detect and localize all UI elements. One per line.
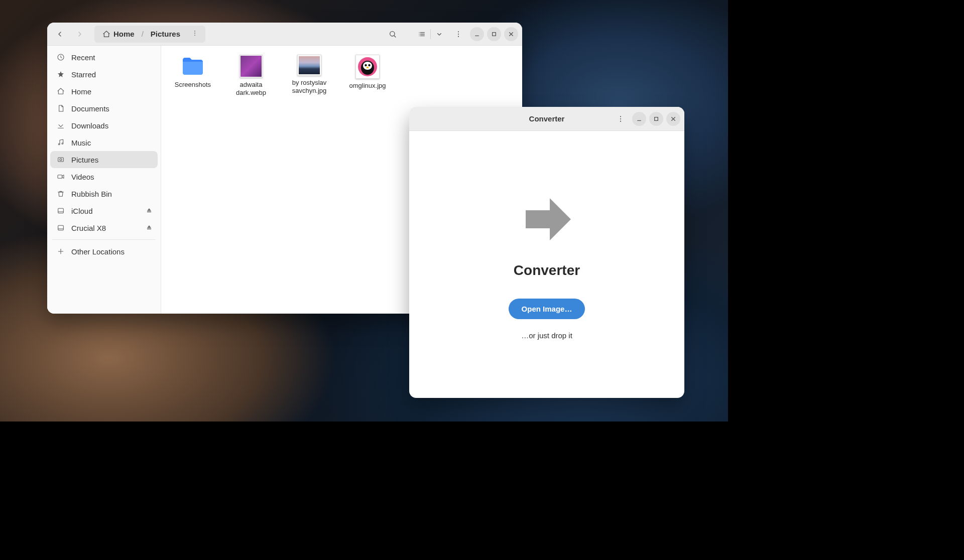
sidebar-item-downloads[interactable]: Downloads — [50, 117, 158, 134]
sidebar-item-label: Rubbish Bin — [71, 190, 112, 198]
svg-point-42 — [368, 64, 370, 66]
music-icon — [56, 138, 65, 147]
eject-icon[interactable] — [146, 224, 153, 232]
minimize-button[interactable] — [632, 112, 646, 126]
sidebar-item-recent[interactable]: Recent — [50, 49, 158, 66]
menu-button[interactable] — [612, 110, 629, 127]
breadcrumb-home[interactable]: Home — [99, 29, 138, 39]
svg-point-24 — [60, 159, 62, 161]
home-icon — [56, 87, 65, 96]
svg-marker-19 — [58, 71, 64, 77]
sidebar-item-trash[interactable]: Rubbish Bin — [50, 185, 158, 202]
minimize-button[interactable] — [470, 27, 484, 41]
arrow-right-icon — [517, 189, 577, 251]
search-button[interactable] — [384, 26, 401, 43]
path-menu-button[interactable] — [189, 29, 200, 39]
sidebar-item-starred[interactable]: Starred — [50, 66, 158, 83]
sidebar-item-videos[interactable]: Videos — [50, 168, 158, 185]
image-thumbnail — [355, 55, 380, 79]
close-button[interactable] — [666, 112, 680, 126]
svg-point-41 — [365, 64, 367, 66]
file-rostyslav[interactable]: by rostyslav savchyn.jpg — [285, 55, 334, 95]
svg-line-4 — [394, 36, 396, 37]
file-adwaita-dark[interactable]: adwaita dark.webp — [226, 55, 276, 97]
svg-point-40 — [363, 62, 372, 70]
sidebar-item-home[interactable]: Home — [50, 83, 158, 100]
file-label: by rostyslav savchyn.jpg — [285, 79, 334, 95]
file-label: adwaita dark.webp — [226, 81, 276, 97]
svg-rect-48 — [655, 117, 658, 120]
svg-point-9 — [419, 34, 419, 34]
drive-icon — [56, 206, 65, 215]
image-thumbnail — [239, 55, 263, 78]
open-image-button[interactable]: Open Image… — [509, 299, 585, 319]
sidebar-item-label: Documents — [71, 104, 109, 113]
svg-rect-35 — [147, 228, 151, 229]
trash-icon — [56, 189, 65, 198]
video-icon — [56, 172, 65, 181]
sidebar-item-label: Recent — [71, 53, 95, 62]
document-icon — [56, 104, 65, 113]
close-button[interactable] — [504, 27, 518, 41]
view-options-group — [414, 26, 447, 43]
breadcrumb-home-label: Home — [113, 30, 135, 38]
pictures-icon — [56, 155, 65, 164]
breadcrumb-current[interactable]: Pictures — [148, 29, 183, 39]
svg-rect-23 — [58, 158, 64, 162]
view-dropdown-button[interactable] — [432, 26, 447, 43]
sidebar-item-other-locations[interactable]: Other Locations — [50, 243, 158, 260]
svg-point-11 — [458, 31, 459, 32]
plus-icon — [56, 247, 65, 256]
sidebar-divider — [52, 239, 156, 240]
converter-heading: Converter — [514, 262, 580, 278]
eject-icon[interactable] — [146, 207, 153, 215]
sidebar-item-music[interactable]: Music — [50, 134, 158, 151]
svg-marker-30 — [147, 208, 151, 210]
svg-point-0 — [194, 31, 195, 32]
path-bar: Home / Pictures — [94, 26, 205, 43]
forward-button[interactable] — [71, 26, 88, 43]
sidebar-item-label: Home — [71, 87, 91, 96]
folder-screenshots[interactable]: Screenshots — [168, 55, 217, 89]
svg-point-44 — [620, 116, 621, 117]
sidebar-item-label: Pictures — [71, 156, 98, 164]
drive-icon — [56, 223, 65, 232]
sidebar-item-label: Videos — [71, 173, 94, 181]
sidebar-item-icloud[interactable]: iCloud — [50, 202, 158, 219]
view-list-button[interactable] — [414, 26, 429, 43]
svg-rect-32 — [58, 225, 64, 230]
file-omglinux[interactable]: omglinux.jpg — [343, 55, 392, 90]
sidebar-item-pictures[interactable]: Pictures — [50, 151, 158, 168]
svg-rect-25 — [58, 175, 62, 179]
maximize-button[interactable] — [649, 112, 663, 126]
svg-point-2 — [194, 35, 195, 36]
file-label: Screenshots — [175, 81, 211, 89]
converter-body: Converter Open Image… …or just drop it — [409, 131, 684, 398]
folder-icon — [181, 55, 205, 78]
svg-marker-34 — [147, 225, 151, 227]
hamburger-menu-button[interactable] — [450, 26, 467, 43]
sidebar-item-documents[interactable]: Documents — [50, 100, 158, 117]
star-icon — [56, 70, 65, 79]
svg-point-21 — [58, 144, 60, 145]
sidebar-item-label: iCloud — [71, 207, 93, 215]
maximize-button[interactable] — [487, 27, 501, 41]
file-manager-sidebar: Recent Starred Home Documents Downloads … — [47, 46, 161, 314]
svg-point-12 — [458, 33, 459, 34]
separator — [430, 29, 431, 39]
svg-point-1 — [194, 33, 195, 34]
breadcrumb-current-label: Pictures — [151, 30, 180, 38]
converter-window: Converter Converter Open Image… …or just… — [409, 107, 684, 398]
sidebar-item-label: Starred — [71, 70, 96, 79]
breadcrumb-separator: / — [142, 30, 144, 38]
file-label: omglinux.jpg — [349, 82, 386, 90]
converter-headerbar: Converter — [409, 107, 684, 131]
sidebar-item-label: Music — [71, 138, 91, 147]
svg-point-22 — [62, 143, 63, 145]
sidebar-item-label: Crucial X8 — [71, 224, 106, 232]
file-manager-headerbar: Home / Pictures — [47, 23, 522, 46]
svg-point-10 — [419, 35, 419, 36]
back-button[interactable] — [51, 26, 68, 43]
svg-point-45 — [620, 118, 621, 119]
sidebar-item-crucial[interactable]: Crucial X8 — [50, 219, 158, 236]
